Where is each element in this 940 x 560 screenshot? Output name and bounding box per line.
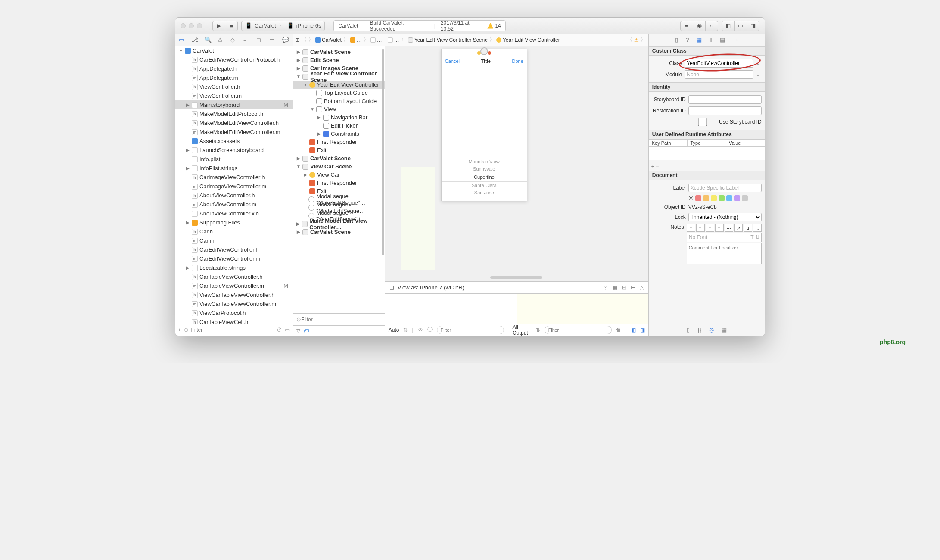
tree-row[interactable]: hMakeModelEditViewController.h [175, 118, 293, 128]
embed-icon[interactable]: ▦ [612, 284, 617, 291]
tree-row[interactable]: hCarTableViewCell.h [175, 317, 293, 324]
done-button[interactable]: Done [512, 59, 523, 64]
doc-label-input[interactable] [688, 184, 762, 192]
outline-filter-input[interactable] [301, 317, 381, 323]
scheme-selector[interactable]: 📱 CarValet 〉 📱 iPhone 6s [241, 21, 325, 31]
add-button[interactable]: + [178, 327, 181, 333]
jump-bar-scene[interactable]: Year Edit View Controller Scene [408, 37, 488, 43]
phone-scene[interactable]: Cancel Title Done Mountain ViewSunnyvale… [441, 49, 527, 201]
outline-row[interactable]: ▶CarValet Scene [293, 48, 385, 56]
outline-row[interactable]: First Responder [293, 179, 385, 187]
class-dropdown-icon[interactable]: ⌄ [756, 60, 761, 66]
outline-row[interactable]: ▼View [293, 105, 385, 113]
tree-row[interactable]: hAppDelegate.h [175, 64, 293, 73]
version-editor-button[interactable]: ↔ [705, 21, 718, 31]
tree-row[interactable]: Info.plist [175, 155, 293, 164]
outline-row[interactable]: ▼Year Edit View Controller [293, 81, 385, 89]
yellow-swatch[interactable] [711, 195, 717, 201]
canvas-scrollbar[interactable] [490, 276, 542, 279]
tree-row[interactable]: mViewController.m [175, 91, 293, 100]
breakpoint-navigator-tab[interactable]: ▭ [269, 37, 276, 44]
attributes-inspector-tab[interactable]: ⫴ [710, 37, 712, 44]
project-navigator-tab[interactable]: ▭ [179, 37, 186, 44]
jump-bar-viewcontroller[interactable]: Year Edit View Controller [496, 37, 560, 43]
close-window-button[interactable] [181, 23, 186, 28]
toggle-console-icon[interactable]: ◨ [640, 327, 645, 333]
project-tree[interactable]: ▼CarValethCarEditViewControllerProtocol.… [175, 46, 293, 324]
green-swatch[interactable] [719, 195, 725, 201]
stop-button[interactable]: ■ [225, 21, 238, 31]
zoom-icon[interactable]: ⊙ [603, 284, 608, 291]
jump-bar-project[interactable]: CarValet [315, 37, 342, 43]
toggle-navigator-button[interactable]: ◧ [722, 21, 735, 31]
jump-bar-item[interactable]: … [370, 37, 382, 43]
file-inspector-tab[interactable]: ▯ [675, 37, 678, 43]
outline-toggle-icon[interactable]: ◻ [389, 284, 394, 291]
outline-row[interactable]: ▶Make Model Edit View Controller… [293, 220, 385, 228]
auto-selector[interactable]: Auto [389, 327, 399, 333]
pin-icon[interactable]: ⊢ [631, 284, 635, 291]
lock-select[interactable]: Inherited - (Nothing) [688, 213, 762, 221]
blue-swatch[interactable] [726, 195, 732, 201]
toggle-inspector-button[interactable]: ◨ [747, 21, 759, 31]
scene-dock-icon[interactable] [480, 47, 488, 55]
warning-count[interactable]: 14 [487, 23, 501, 29]
purple-swatch[interactable] [734, 195, 740, 201]
no-color-icon[interactable]: ✕ [688, 195, 694, 202]
add-attribute-button[interactable]: + [651, 164, 654, 170]
variables-filter[interactable] [437, 326, 504, 334]
outline-row[interactable]: ▶Navigation Bar [293, 113, 385, 121]
tree-row[interactable]: ▶Supporting Files [175, 218, 293, 227]
align-icon[interactable]: ⊟ [622, 284, 626, 291]
outline-row[interactable]: Top Layout Guide [293, 89, 385, 97]
test-navigator-tab[interactable]: ≡ [243, 37, 250, 44]
localizer-comment-input[interactable] [687, 243, 762, 264]
remove-attribute-button[interactable]: − [656, 164, 659, 170]
tree-row[interactable]: hCarImageViewController.h [175, 173, 293, 182]
tree-row[interactable]: hMakeModelEditProtocol.h [175, 109, 293, 118]
tag-icon[interactable]: 🏷 [304, 328, 309, 334]
tree-row[interactable]: hCarTableViewController.h [175, 272, 293, 281]
red-swatch[interactable] [695, 195, 701, 201]
use-storyboard-id-checkbox[interactable] [688, 118, 716, 126]
tree-row[interactable]: mAppDelegate.m [175, 73, 293, 82]
tree-row[interactable]: hViewCarProtocol.h [175, 308, 293, 317]
code-snippet-library-tab[interactable]: {} [697, 327, 701, 333]
connections-inspector-tab[interactable]: → [733, 37, 738, 43]
resolve-icon[interactable]: △ [640, 284, 644, 291]
exit-icon[interactable] [488, 51, 491, 55]
tree-row[interactable]: mCarEditViewController.m [175, 254, 293, 263]
tree-row[interactable]: hCarEditViewControllerProtocol.h [175, 55, 293, 64]
font-picker-icon[interactable]: T ⇅ [750, 234, 759, 240]
view-as-label[interactable]: View as: iPhone 7 (wC hR) [398, 284, 464, 291]
tree-row[interactable]: mCar.m [175, 236, 293, 245]
back-button[interactable]: 〈 [302, 36, 307, 44]
tree-row[interactable]: ▼CarValet [175, 46, 293, 55]
tree-row[interactable]: ▶Localizable.strings [175, 263, 293, 272]
tree-row[interactable]: hAboutViewController.h [175, 191, 293, 200]
outline-row[interactable]: ▶CarValet Scene [293, 154, 385, 162]
run-button[interactable]: ▶ [212, 21, 225, 31]
outline-row[interactable]: ▶Edit Scene [293, 56, 385, 64]
prev-button[interactable]: 〈 [627, 36, 632, 44]
symbol-navigator-tab[interactable]: 🔍 [205, 37, 212, 44]
link-button[interactable]: ↗ [734, 224, 743, 232]
tag-toggle-icon[interactable]: ▽ [296, 328, 300, 334]
recent-filter-icon[interactable]: ⏱ [277, 327, 282, 333]
jump-bar-folder[interactable]: … [350, 37, 362, 43]
console-filter[interactable] [545, 326, 612, 334]
outline-row[interactable]: ▶Constraints [293, 130, 385, 138]
align-justify-button[interactable]: ≡ [715, 224, 724, 232]
issue-navigator-tab[interactable]: ◇ [230, 37, 237, 44]
help-inspector-tab[interactable]: ? [686, 37, 689, 43]
object-library-tab[interactable]: ◎ [709, 327, 714, 333]
outline-row[interactable]: ▶View Car [293, 171, 385, 179]
udra-table[interactable]: Key Path Type Value [649, 139, 765, 160]
outline-row[interactable]: First Responder [293, 138, 385, 146]
scm-filter-icon[interactable]: ▭ [285, 327, 290, 333]
tree-row[interactable]: ▶LaunchScreen.storyboard [175, 146, 293, 155]
minimize-window-button[interactable] [189, 23, 194, 28]
toggle-vars-icon[interactable]: ◧ [631, 327, 636, 333]
background-scene[interactable] [401, 167, 435, 270]
tree-row[interactable]: mViewCarTableViewController.m [175, 299, 293, 308]
